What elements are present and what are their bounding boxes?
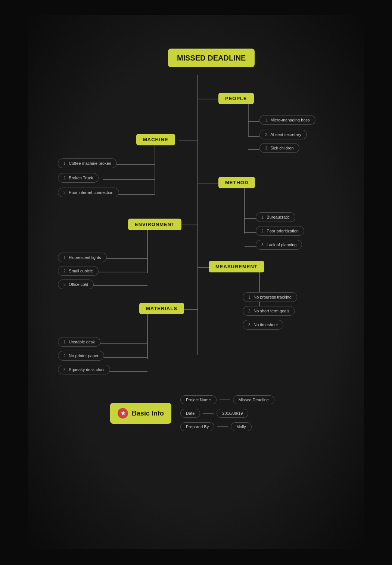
category-environment: ENVIRONMENT [128,219,181,230]
leaf-env-3: 3. Office cold [58,280,94,289]
connector-prepared-by [217,426,228,427]
leaf-method-1: 1. Bureaucratic [256,212,295,222]
category-materials: MATERIALS [139,303,184,314]
leaf-method-2: 2. Poor prioritization [256,226,304,236]
leaf-env-1: 1. Fluorescent lights [58,253,107,262]
leaf-machine-3: 3. Poor internet connection [58,188,119,197]
leaf-people-2: 2. Absent secretary [259,130,307,139]
category-people: PEOPLE [218,93,254,104]
leaf-machine-2: 2. Broken Truck [58,173,99,183]
connector-lines [35,30,357,422]
category-machine: MACHINE [136,134,175,145]
leaf-mat-3: 3. Squeaky desk chair [58,365,110,374]
leaf-mat-2: 2. No printer paper [58,351,104,361]
leaf-meas-1: 1. No progress tracking [243,292,297,302]
page-wrapper: MISSED DEADLINE PEOPLE 1. Micro-managing… [28,15,364,549]
root-label: MISSED DEADLINE [177,54,246,62]
leaf-people-3: 3. Sick children [259,143,299,153]
category-measurement: MEASUREMENT [209,261,264,272]
leaf-people-1: 1. Micro-managing boss [259,115,315,125]
leaf-machine-1: 1. Coffee machine broken [58,158,117,168]
leaf-meas-3: 3. No timesheet [243,320,283,330]
leaf-meas-2: 2. No short term goals [243,306,295,316]
category-method: METHOD [218,177,255,188]
leaf-mat-1: 1. Unstable desk [58,337,100,347]
root-node: MISSED DEADLINE [168,49,255,67]
info-key-prepared-by: Prepared By [180,422,214,431]
info-row-prepared-by: Prepared By Molly [180,422,274,431]
leaf-method-3: 3. Lack of planning [256,240,302,250]
leaf-env-2: 2. Small cubicle [58,266,99,276]
diagram-area: MISSED DEADLINE PEOPLE 1. Micro-managing… [35,30,357,422]
info-value-prepared-by: Molly [231,422,252,431]
